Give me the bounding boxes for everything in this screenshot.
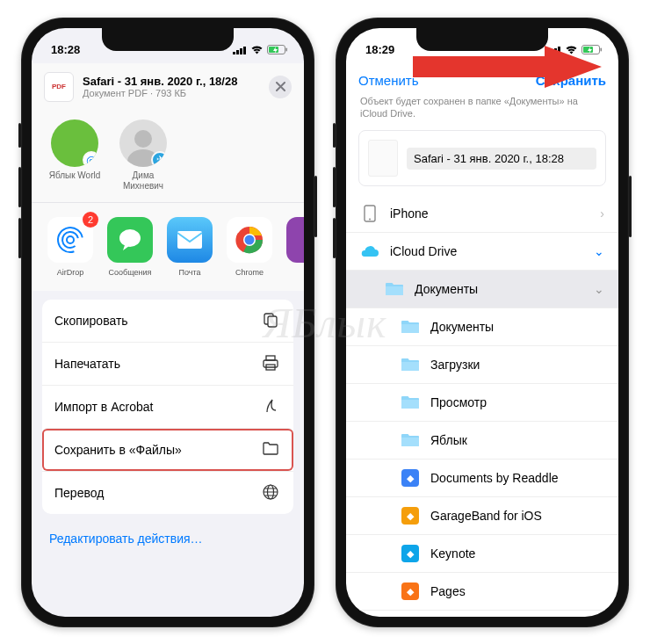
cancel-button[interactable]: Отменить xyxy=(358,73,419,88)
action-label: Импорт в Acrobat xyxy=(54,400,153,414)
iphone-icon xyxy=(360,204,379,223)
app-icon xyxy=(286,217,304,263)
chevron-right-icon: › xyxy=(600,206,604,221)
svg-rect-3 xyxy=(243,47,246,54)
mail-icon xyxy=(167,217,213,263)
action-acrobat[interactable]: Импорт в Acrobat xyxy=(42,385,293,428)
svg-rect-6 xyxy=(286,47,288,51)
contact-item[interactable]: ◎ Яблык World xyxy=(47,119,102,192)
folder-label: Keynote xyxy=(430,546,475,561)
cellular-icon xyxy=(233,46,247,54)
svg-point-9 xyxy=(67,236,74,243)
app-chrome[interactable]: Chrome xyxy=(225,217,274,277)
contact-name: Яблык World xyxy=(47,170,102,181)
app-label: AirDrop xyxy=(46,268,95,277)
folder-label: GarageBand for iOS xyxy=(430,509,542,523)
file-name-input[interactable]: Safari - 31 янв. 2020 г., 18:28 xyxy=(407,148,596,170)
action-print[interactable]: Напечатать xyxy=(42,342,293,385)
app-label: Chrome xyxy=(225,268,274,277)
app-label: Почта xyxy=(165,268,214,277)
folder-label: Документы xyxy=(415,282,478,296)
folder-icon xyxy=(262,440,281,459)
contact-name: Дима Михневич xyxy=(116,170,170,192)
chevron-down-icon: ⌄ xyxy=(594,282,604,296)
info-text: Объект будет сохранен в папке «Документы… xyxy=(346,95,618,127)
share-apps: 2 AirDrop Сообщения Почта xyxy=(32,203,304,291)
location-label: iCloud Drive xyxy=(390,244,457,258)
nav-bar: Отменить Сохранить xyxy=(346,63,618,95)
location-icloud[interactable]: iCloud Drive ⌄ xyxy=(346,233,618,271)
app-icon: ◆ xyxy=(401,544,420,563)
action-list: Скопировать Напечатать Импорт в Acrobat … xyxy=(42,300,293,514)
chevron-down-icon: ⌄ xyxy=(594,244,604,258)
file-thumb-icon xyxy=(368,140,398,177)
app-icon: ◆ xyxy=(401,468,420,488)
svg-point-12 xyxy=(119,229,141,247)
svg-rect-33 xyxy=(601,47,603,51)
svg-point-7 xyxy=(134,130,152,148)
folder-row[interactable]: ◆Pixelmator xyxy=(346,611,618,616)
phone-left: 18:28 PDF Safari - 31 янв. 2020 г., 18/2… xyxy=(21,18,314,627)
app-more[interactable]: За xyxy=(285,217,304,277)
svg-rect-19 xyxy=(266,356,275,360)
folder-row[interactable]: Загрузки xyxy=(346,346,618,384)
folder-row[interactable]: Яблык xyxy=(346,422,618,459)
folder-label: Загрузки xyxy=(430,358,480,372)
phone-right: 18:29 Отменить Сохранить Объект будет со… xyxy=(336,18,629,627)
folder-label: Яблык xyxy=(430,433,467,447)
app-airdrop[interactable]: 2 AirDrop xyxy=(46,217,95,277)
action-label: Скопировать xyxy=(54,314,128,328)
svg-rect-29 xyxy=(554,48,557,54)
doc-subtitle: Документ PDF · 793 КБ xyxy=(83,88,237,98)
airdrop-badge-icon: ◎ xyxy=(83,151,98,167)
status-time: 18:28 xyxy=(51,43,80,56)
folder-label: Просмотр xyxy=(430,395,487,409)
contact-item[interactable]: ✈ Дима Михневич xyxy=(116,119,170,192)
status-time: 18:29 xyxy=(365,43,394,56)
action-label: Перевод xyxy=(54,486,104,500)
folder-row[interactable]: ◆Documents by Readdle xyxy=(346,459,618,497)
app-mail[interactable]: Почта xyxy=(165,217,214,277)
app-icon: ◆ xyxy=(401,582,420,601)
notch xyxy=(416,28,548,51)
folder-row[interactable]: ◆Pages xyxy=(346,573,618,611)
action-label: Напечатать xyxy=(54,357,120,371)
action-save-to-files[interactable]: Сохранить в «Файлы» xyxy=(42,428,293,471)
svg-point-35 xyxy=(369,219,371,221)
folder-row[interactable]: ◆GarageBand for iOS xyxy=(346,497,618,535)
svg-rect-2 xyxy=(240,48,242,54)
folder-icon xyxy=(385,279,404,299)
folder-icon xyxy=(401,317,420,336)
file-card: Safari - 31 янв. 2020 г., 18:28 xyxy=(358,130,606,186)
save-button[interactable]: Сохранить xyxy=(536,73,606,88)
svg-rect-0 xyxy=(233,52,235,54)
action-label: Сохранить в «Файлы» xyxy=(54,443,182,457)
battery-icon xyxy=(267,45,288,55)
badge: 2 xyxy=(83,212,98,228)
app-messages[interactable]: Сообщения xyxy=(105,217,155,277)
folder-list: Документы⌄ДокументыЗагрузкиПросмотрЯблык… xyxy=(346,271,618,616)
folder-row[interactable]: Документы⌄ xyxy=(346,271,618,308)
location-iphone[interactable]: iPhone › xyxy=(346,195,618,233)
avatar: ✈ xyxy=(119,119,167,167)
wifi-icon xyxy=(250,45,264,54)
folder-icon xyxy=(401,355,420,374)
action-copy[interactable]: Скопировать xyxy=(42,300,293,342)
airdrop-contacts: ◎ Яблык World ✈ Дима Михневич xyxy=(32,111,304,202)
folder-row[interactable]: Просмотр xyxy=(346,384,618,422)
notch xyxy=(102,28,234,51)
wifi-icon xyxy=(565,45,578,54)
action-translate[interactable]: Перевод xyxy=(42,471,293,514)
share-header: PDF Safari - 31 янв. 2020 г., 18/28 Доку… xyxy=(32,63,304,111)
cellular-icon xyxy=(547,46,561,54)
folder-row[interactable]: Документы xyxy=(346,308,618,346)
svg-rect-1 xyxy=(236,50,239,54)
svg-rect-18 xyxy=(268,316,277,327)
svg-rect-27 xyxy=(547,52,550,54)
folder-row[interactable]: ◆Keynote xyxy=(346,535,618,573)
edit-actions-button[interactable]: Редактировать действия… xyxy=(32,523,304,554)
airdrop-icon: 2 xyxy=(47,217,93,263)
print-icon xyxy=(262,354,281,373)
folder-icon xyxy=(401,393,420,412)
close-button[interactable] xyxy=(269,76,292,98)
